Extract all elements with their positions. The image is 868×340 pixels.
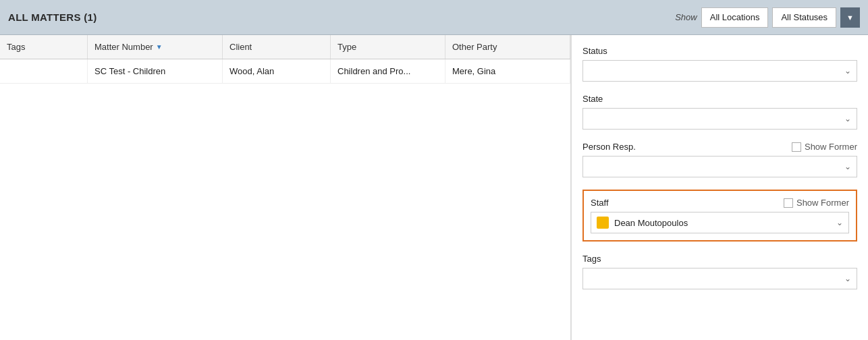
filter-section-person-resp: Person Resp. Show Former ⌄ — [582, 142, 857, 177]
col-header-tags: Tags — [0, 35, 88, 59]
header-controls: Show All Locations All Statuses ▼ — [675, 7, 860, 28]
col-header-other-party: Other Party — [445, 35, 570, 59]
filter-label-staff: Staff Show Former — [591, 198, 849, 208]
chevron-down-icon: ⌄ — [836, 218, 843, 227]
cell-other-party: Mere, Gina — [445, 59, 570, 83]
filter-section-staff: Staff Show Former Dean Moutopoulos ⌄ — [582, 190, 857, 242]
main-layout: Tags Matter Number ▼ Client Type Other P… — [0, 35, 868, 340]
sort-icon: ▼ — [156, 43, 163, 51]
chevron-down-icon: ⌄ — [844, 114, 851, 123]
show-former-person-resp-checkbox[interactable] — [792, 142, 801, 152]
statuses-dropdown-arrow[interactable]: ▼ — [840, 7, 860, 28]
staff-color-indicator — [597, 217, 609, 229]
cell-client: Wood, Alan — [223, 59, 331, 83]
chevron-down-icon: ⌄ — [844, 274, 851, 283]
show-former-staff-checkbox[interactable] — [784, 198, 793, 208]
cell-tags — [0, 59, 88, 83]
header-bar: ALL MATTERS (1) Show All Locations All S… — [0, 0, 868, 35]
all-statuses-button[interactable]: All Statuses — [772, 7, 836, 28]
all-locations-button[interactable]: All Locations — [701, 7, 769, 28]
show-former-person-resp: Show Former — [792, 142, 857, 152]
filter-section-state: State ⌄ — [582, 94, 857, 130]
show-label: Show — [675, 12, 697, 22]
filter-label-tags: Tags — [582, 254, 857, 264]
matters-table: Tags Matter Number ▼ Client Type Other P… — [0, 35, 571, 340]
table-header: Tags Matter Number ▼ Client Type Other P… — [0, 35, 570, 59]
filter-panel: Status ⌄ State ⌄ Person Resp. Show Forme… — [571, 35, 868, 340]
cell-matter-number: SC Test - Children — [88, 59, 223, 83]
page-title: ALL MATTERS (1) — [8, 11, 97, 23]
person-resp-dropdown[interactable]: ⌄ — [582, 156, 857, 177]
filter-section-tags: Tags ⌄ — [582, 254, 857, 289]
filter-label-status: Status — [582, 46, 857, 56]
chevron-down-icon: ⌄ — [844, 66, 851, 76]
tags-dropdown[interactable]: ⌄ — [582, 268, 857, 289]
table-row[interactable]: SC Test - Children Wood, Alan Children a… — [0, 59, 570, 84]
status-dropdown[interactable]: ⌄ — [582, 60, 857, 82]
staff-dropdown[interactable]: Dean Moutopoulos ⌄ — [591, 212, 849, 233]
staff-dropdown-value: Dean Moutopoulos — [597, 217, 836, 229]
filter-label-state: State — [582, 94, 857, 104]
cell-type: Children and Pro... — [331, 59, 445, 83]
col-header-type: Type — [331, 35, 445, 59]
show-former-staff: Show Former — [784, 198, 849, 208]
filter-section-status: Status ⌄ — [582, 46, 857, 82]
col-header-client: Client — [223, 35, 331, 59]
chevron-down-icon: ⌄ — [844, 162, 851, 171]
dropdown-arrow-icon: ▼ — [846, 13, 854, 22]
filter-label-person-resp: Person Resp. Show Former — [582, 142, 857, 152]
col-header-matter-number[interactable]: Matter Number ▼ — [88, 35, 223, 59]
state-dropdown[interactable]: ⌄ — [582, 108, 857, 130]
